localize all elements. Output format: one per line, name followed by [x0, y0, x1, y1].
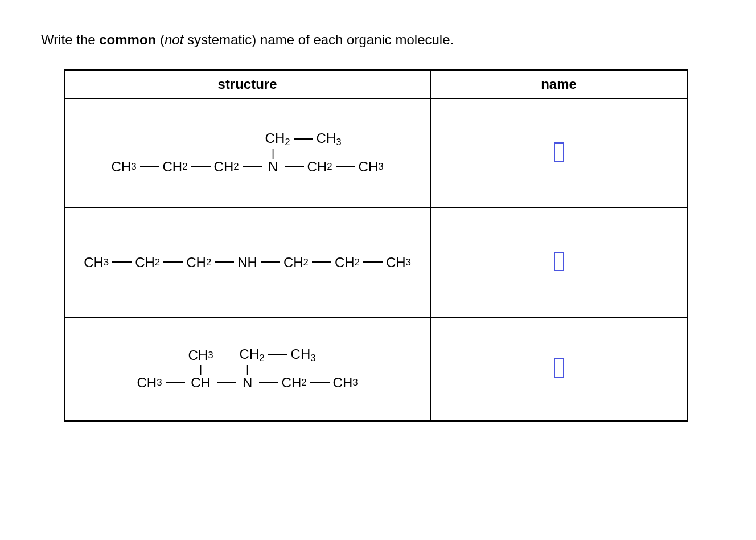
chem-ch3: CH3	[386, 255, 411, 271]
structure-cell-1: CH3 CH2 CH2	[64, 99, 430, 208]
table-row: CH3 CH2 CH2 NH CH2 CH2 CH3	[64, 208, 687, 317]
molecule-2: CH3 CH2 CH2 NH CH2 CH2 CH3	[65, 255, 430, 271]
vbond-icon: |	[246, 363, 249, 375]
name-cell-1	[430, 99, 687, 208]
answer-input-3[interactable]	[554, 358, 564, 378]
table-row: CH3 CH3 | CH	[64, 317, 687, 421]
chem-ch3: CH3	[84, 255, 109, 271]
bond-icon	[259, 382, 278, 383]
vbond-icon: |	[272, 148, 274, 159]
bond-icon	[243, 166, 262, 167]
bond-icon	[166, 382, 185, 383]
chem-ch3: CH3	[291, 347, 316, 363]
molecule-1: CH3 CH2 CH2	[65, 132, 430, 175]
col-header-structure: structure	[64, 70, 430, 99]
bond-icon	[163, 261, 183, 263]
prompt-paren: (	[156, 32, 165, 47]
chem-ch2: CH2	[135, 255, 160, 271]
chem-ch2: CH2	[307, 159, 332, 175]
table-row: CH3 CH2 CH2	[64, 99, 687, 208]
chem-n: N	[268, 159, 278, 175]
bond-icon	[261, 261, 280, 263]
bond-icon	[112, 261, 132, 263]
bond-icon	[294, 138, 313, 140]
chem-nh: NH	[237, 255, 257, 271]
bond-icon	[336, 166, 355, 167]
page: Write the common (not systematic) name o…	[0, 0, 724, 422]
chem-ch2: CH2	[265, 132, 290, 148]
vbond-icon: |	[199, 363, 202, 375]
chem-n: N	[243, 375, 252, 391]
chem-ch2: CH2	[282, 375, 307, 391]
bond-icon	[310, 382, 330, 383]
structure-cell-3: CH3 CH3 | CH	[64, 317, 430, 421]
name-cell-3	[430, 317, 687, 421]
chem-ch: CH	[191, 375, 211, 391]
bond-icon	[312, 261, 331, 263]
molecule-3: CH3 CH3 | CH	[65, 347, 430, 391]
bond-icon	[215, 261, 234, 263]
chem-ch2: CH2	[214, 159, 239, 175]
bond-icon	[140, 166, 159, 167]
chem-ch3: CH3	[359, 159, 384, 175]
prompt-pre: Write the	[41, 32, 99, 47]
question-prompt: Write the common (not systematic) name o…	[41, 32, 724, 48]
chem-ch3: CH3	[112, 159, 137, 175]
bond-icon	[217, 382, 236, 383]
answer-input-1[interactable]	[554, 142, 564, 162]
chem-ch3: CH3	[333, 375, 358, 391]
chem-ch2: CH2	[163, 159, 188, 175]
chem-ch2: CH2	[284, 255, 309, 271]
bond-icon	[268, 354, 287, 355]
chem-ch2: CH2	[335, 255, 360, 271]
chem-ch2: CH2	[240, 347, 265, 363]
bond-icon	[285, 166, 304, 167]
chem-ch2: CH2	[186, 255, 211, 271]
chem-ch3: CH3	[137, 375, 162, 391]
name-cell-2	[430, 208, 687, 317]
col-header-name: name	[430, 70, 687, 99]
prompt-post: systematic) name of each organic molecul…	[183, 32, 454, 47]
chem-ch3: CH3	[317, 132, 342, 148]
bond-icon	[363, 261, 383, 263]
answer-input-2[interactable]	[554, 252, 564, 271]
bond-icon	[191, 166, 211, 167]
chem-ch3: CH3	[188, 347, 213, 363]
prompt-bold: common	[99, 32, 156, 47]
structure-cell-2: CH3 CH2 CH2 NH CH2 CH2 CH3	[64, 208, 430, 317]
molecule-table: structure name CH3	[64, 69, 688, 422]
prompt-italic: not	[165, 32, 183, 47]
